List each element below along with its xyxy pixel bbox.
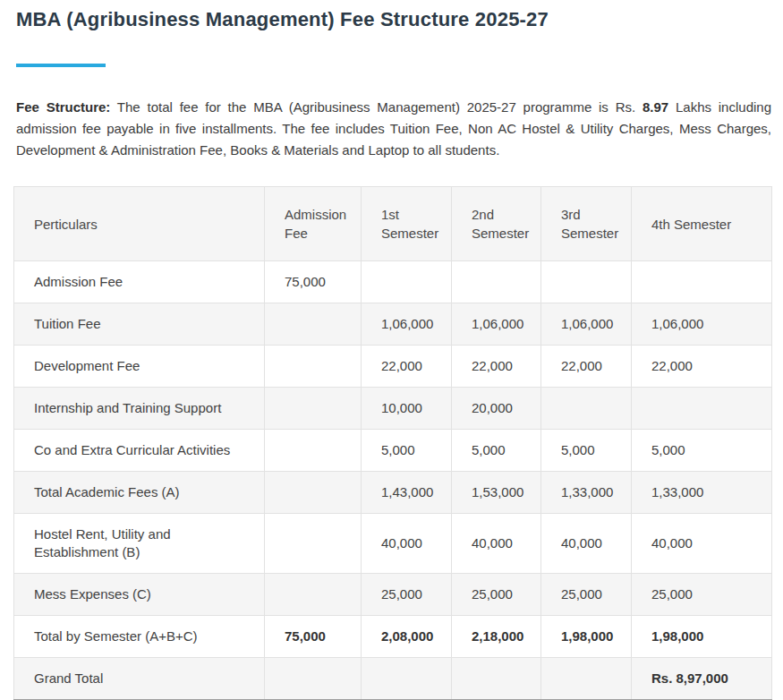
table-row: Hostel Rent, Utility and Establishment (… (14, 514, 772, 574)
header-cell-1: Admission Fee (265, 187, 362, 261)
table-row: Tuition Fee1,06,0001,06,0001,06,0001,06,… (14, 303, 772, 346)
fee-value-cell: 22,000 (541, 346, 632, 388)
table-row: Development Fee22,00022,00022,00022,000 (14, 346, 772, 388)
fee-value-cell: 1,33,000 (541, 472, 632, 514)
table-row: Grand TotalRs. 8,97,000 (14, 658, 772, 700)
fee-value-cell: 40,000 (452, 514, 541, 574)
intro-text-1: The total fee for the MBA (Agribusiness … (117, 99, 635, 115)
fee-value-cell: 22,000 (452, 346, 541, 388)
fee-value-cell: 2,18,000 (452, 616, 541, 658)
fee-value-cell (452, 261, 541, 303)
fee-value-cell: 1,06,000 (452, 303, 541, 346)
fee-value-cell (265, 303, 362, 346)
row-label: Total Academic Fees (A) (14, 472, 265, 514)
header-cell-2: 1st Semester (362, 187, 452, 261)
fee-value-cell (541, 388, 632, 430)
page: MBA (Agribusiness Management) Fee Struct… (0, 0, 783, 700)
table-row: Admission Fee75,000 (14, 261, 772, 303)
fee-value-cell: 22,000 (632, 346, 772, 388)
fee-value-cell: 1,53,000 (452, 472, 541, 514)
fee-value-cell (632, 261, 772, 303)
row-label: Tuition Fee (14, 303, 265, 346)
fee-value-cell: 2,08,000 (362, 616, 452, 658)
fee-value-cell: 75,000 (265, 616, 362, 658)
table-row: Co and Extra Curricular Activities5,0005… (14, 430, 772, 472)
fee-value-cell (362, 658, 452, 700)
fee-value-cell: 5,000 (541, 430, 632, 472)
header-cell-4: 3rd Semester (541, 187, 632, 261)
fee-value-cell: 25,000 (362, 574, 452, 616)
table-row: Internship and Training Support10,00020,… (14, 388, 772, 430)
fee-value-cell (541, 261, 632, 303)
fee-value-cell: 1,06,000 (362, 303, 452, 346)
fee-value-cell: Rs. 8,97,000 (632, 658, 772, 700)
fee-value-cell: 22,000 (362, 346, 452, 388)
intro-paragraph: Fee Structure: The total fee for the MBA… (16, 97, 771, 161)
fee-value-cell: 1,33,000 (632, 472, 772, 514)
fee-value-cell: 40,000 (632, 514, 772, 574)
fee-value-cell (452, 658, 541, 700)
table-row: Total Academic Fees (A)1,43,0001,53,0001… (14, 472, 772, 514)
row-label: Total by Semester (A+B+C) (14, 616, 265, 658)
row-label: Admission Fee (14, 261, 265, 303)
header-cell-0: Perticulars (14, 187, 265, 261)
fee-value-cell (265, 346, 362, 388)
fee-value-cell: 5,000 (632, 430, 772, 472)
row-label: Mess Expenses (C) (14, 574, 265, 616)
fee-value-cell: 25,000 (541, 574, 632, 616)
fee-value-cell: 1,98,000 (632, 616, 772, 658)
fee-value-cell (362, 261, 452, 303)
intro-lead-label: Fee Structure: (16, 99, 110, 115)
header-cell-3: 2nd Semester (452, 187, 541, 261)
fee-value-cell (265, 472, 362, 514)
accent-divider (16, 64, 106, 67)
fee-value-cell: 1,43,000 (362, 472, 452, 514)
fee-value-cell (265, 388, 362, 430)
fee-value-cell (265, 430, 362, 472)
table-row: Total by Semester (A+B+C)75,0002,08,0002… (14, 616, 772, 658)
intro-total-lakhs: 8.97 (643, 99, 668, 115)
fee-table-header-row: PerticularsAdmission Fee1st Semester2nd … (14, 187, 772, 261)
fee-value-cell: 25,000 (452, 574, 541, 616)
row-label: Co and Extra Curricular Activities (14, 430, 265, 472)
fee-value-cell: 40,000 (541, 514, 632, 574)
fee-value-cell (265, 574, 362, 616)
row-label: Hostel Rent, Utility and Establishment (… (14, 514, 265, 574)
fee-value-cell: 5,000 (452, 430, 541, 472)
fee-value-cell: 1,06,000 (632, 303, 772, 346)
fee-table: PerticularsAdmission Fee1st Semester2nd … (13, 186, 772, 700)
fee-value-cell (541, 658, 632, 700)
fee-value-cell (265, 514, 362, 574)
fee-value-cell: 10,000 (362, 388, 452, 430)
row-label: Grand Total (14, 658, 265, 700)
fee-value-cell (632, 388, 772, 430)
fee-value-cell: 1,06,000 (541, 303, 632, 346)
table-row: Mess Expenses (C)25,00025,00025,00025,00… (14, 574, 772, 616)
fee-value-cell: 20,000 (452, 388, 541, 430)
page-title: MBA (Agribusiness Management) Fee Struct… (0, 0, 783, 30)
row-label: Development Fee (14, 346, 265, 388)
header-cell-5: 4th Semester (632, 187, 772, 261)
fee-value-cell: 1,98,000 (541, 616, 632, 658)
row-label: Internship and Training Support (14, 388, 265, 430)
fee-value-cell: 75,000 (265, 261, 362, 303)
fee-value-cell: 40,000 (362, 514, 452, 574)
fee-value-cell: 5,000 (362, 430, 452, 472)
fee-value-cell: 25,000 (632, 574, 772, 616)
fee-value-cell (265, 658, 362, 700)
fee-table-body: Admission Fee75,000Tuition Fee1,06,0001,… (14, 261, 772, 700)
